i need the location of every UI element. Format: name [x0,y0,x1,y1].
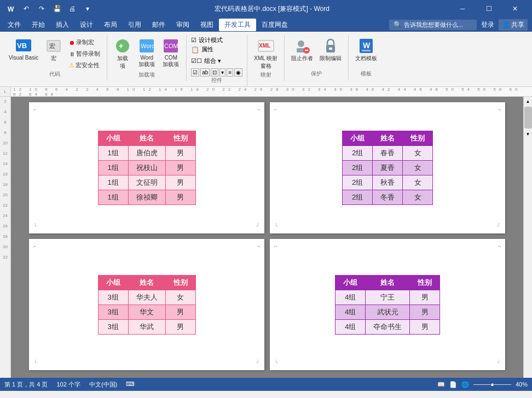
macro-icon: 宏 [45,37,62,55]
properties-label[interactable]: 属性 [201,45,213,54]
ribbon-group-addins-label: 加载项 [138,71,155,80]
corner-tr-4: ¬ [498,243,501,249]
pause-record-button[interactable]: ⏸ 暂停录制 [67,49,102,59]
macro-button[interactable]: 宏 宏 [43,36,65,63]
menu-file[interactable]: 文件 [2,19,26,31]
menu-review[interactable]: 审阅 [171,19,195,31]
macro-security-button[interactable]: ⚠ 宏安全性 [67,60,102,71]
group-label[interactable]: 组合 ▾ [204,57,221,65]
close-button[interactable]: ✕ [502,0,528,17]
col-header-group1-group: 小组 [98,131,128,146]
design-mode-checkbox: ☑ [191,37,196,44]
ribbon-group-mapping-label: 映射 [261,71,271,80]
save-button[interactable]: 💾 [50,2,63,15]
menu-dev[interactable]: 开发工具 [219,19,256,31]
table-row: 2组春香女 [343,146,433,161]
corner-br-2: ┘ [497,223,501,229]
menu-references[interactable]: 引用 [123,19,147,31]
table-row: 4组宁王男 [336,290,440,305]
corner-tl-1: ⌐ [33,107,37,113]
restrict-editing-button[interactable]: 限制编辑 [317,36,344,63]
addins-button[interactable]: + 加载 项 [112,36,134,71]
scroll-thumb[interactable] [524,107,532,128]
word-addins-button[interactable]: Word Word 加载项 [136,36,158,69]
ribbon-group-template-label: 模板 [361,70,372,79]
ribbon-group-controls-label: 控件 [211,77,222,85]
word-count: 102 个字 [56,381,80,389]
menu-view[interactable]: 视图 [195,19,219,31]
com-addins-button[interactable]: COM COM 加载项 [160,36,182,69]
corner-bl-1: └ [33,223,37,229]
table-row: 3组华文男 [98,305,195,319]
corner-bl-4: └ [274,360,278,366]
table-group4: 小组 姓名 性别 4组宁王男 4组武状元男 [335,275,440,335]
security-icon: ⚠ [69,62,74,69]
textbox-ctrl[interactable]: ab [200,68,210,77]
restore-button[interactable]: ☐ [476,0,501,17]
menu-home[interactable]: 开始 [26,19,50,31]
col-header-group4-name: 姓名 [366,275,410,290]
read-mode-icon[interactable]: 📖 [437,381,445,388]
svg-text:W: W [8,5,14,13]
col-header-group3-gender: 性别 [165,275,195,290]
language: 中文(中国) [89,381,117,389]
table-group1: 小组 姓名 性别 1组唐伯虎男 1组祝枝山男 [98,131,196,205]
record-macro-button[interactable]: ⏺ 录制宏 [67,37,102,48]
corner-bl-2: └ [274,223,278,229]
svg-point-14 [298,40,304,47]
svg-rect-19 [329,48,332,50]
pages-row-2: ⌐ ¬ └ ┘ 小组 姓名 性别 [29,239,505,370]
visual-basic-button[interactable]: VB Visual Basic [7,36,41,62]
scroll-up-button[interactable]: ▲ [524,97,533,106]
visual-basic-icon: VB [15,37,32,55]
corner-tr-2: ¬ [498,107,501,113]
col-header-group4-gender: 性别 [410,275,440,290]
page-1: ⌐ ¬ └ ┘ 小组 姓名 性别 [29,102,264,233]
login-button[interactable]: 登录 [481,20,494,30]
corner-br-4: ┘ [497,360,501,366]
quick-print-button[interactable]: 🖨 [66,2,79,15]
menu-mail[interactable]: 邮件 [147,19,171,31]
menu-layout[interactable]: 布局 [99,19,123,31]
combo-ctrl[interactable]: ▾ [219,68,225,77]
list-ctrl[interactable]: ≡ [227,68,233,77]
corner-tr-3: ¬ [257,243,260,249]
corner-br-1: ┘ [256,223,260,229]
input-method-icon: ⌨ [126,381,135,389]
menu-insert[interactable]: 插入 [50,19,74,31]
minimize-button[interactable]: ─ [450,0,475,17]
page-3: ⌐ ¬ └ ┘ 小组 姓名 性别 [29,239,264,370]
radio-ctrl[interactable]: ◉ [234,68,242,77]
customize-qat-button[interactable]: ▾ [81,2,94,15]
scrollbar-vertical[interactable]: ▲ ▼ [523,97,532,378]
table-row: 2组冬香女 [343,190,433,205]
block-authors-button[interactable]: 阻止作者 [289,36,315,63]
menu-baidu[interactable]: 百度网盘 [256,19,293,31]
design-mode-label[interactable]: 设计模式 [199,36,223,44]
document-title: 宏代码表格居中.docx [兼容模式] - Word [94,4,450,14]
table-group3: 小组 姓名 性别 3组华夫人女 3组华文男 [98,275,196,335]
zoom-slider[interactable]: ────●──── [473,381,511,388]
scroll-down-button[interactable]: ▼ [524,130,533,138]
zoom-level: 40% [516,381,528,388]
svg-text:W: W [363,41,371,50]
search-bar[interactable]: 🔍 告诉我您想要做什么... [389,20,477,30]
print-layout-icon[interactable]: 📄 [449,381,457,388]
menu-design[interactable]: 设计 [74,19,99,31]
table-row: 1组文征明男 [98,175,195,190]
xml-mapping-button[interactable]: XML XML 映射 窗格 [252,36,280,71]
doc-template-button[interactable]: W 文档模板 [353,36,379,63]
undo-button[interactable]: ↶ [20,2,33,15]
corner-tl-4: ⌐ [274,243,277,249]
col-header-group4-group: 小组 [336,275,366,290]
button-ctrl[interactable]: ⊡ [211,68,218,77]
ribbon: VB Visual Basic 宏 宏 [0,32,532,87]
redo-button[interactable]: ↷ [35,2,48,15]
share-button[interactable]: 👤 共享 [499,19,528,31]
record-icon: ⏺ [69,39,75,46]
ribbon-group-addins: + 加载 项 Word Word 加载项 [107,35,187,81]
web-layout-icon[interactable]: 🌐 [461,381,469,388]
page-count: 第 1 页，共 4 页 [4,381,48,389]
checkbox-ctrl[interactable]: ☑ [191,68,199,77]
doc-template-icon: W [357,37,375,55]
